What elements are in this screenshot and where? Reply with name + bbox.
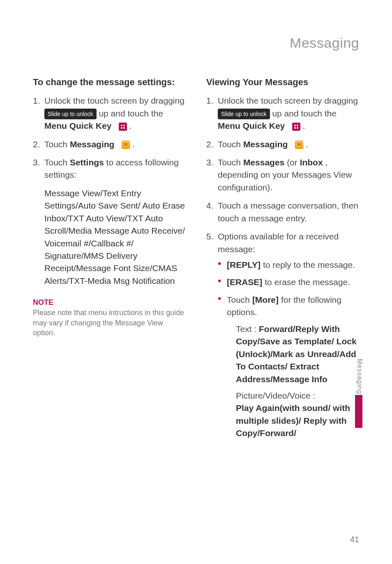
note-text: Please note that menu intructions in thi… — [33, 308, 186, 338]
messaging-label: Messaging — [70, 139, 115, 149]
pvv-options: Play Again(with sound/ with multiple sli… — [236, 403, 350, 438]
right-step-5: Options available for a received message… — [206, 230, 359, 440]
right-step-3: Touch Messages (or Inbox , depending on … — [206, 156, 359, 194]
note-label: NOTE — [33, 297, 186, 308]
text: . — [132, 139, 135, 149]
text: . — [129, 121, 132, 130]
inbox-label: Inbox — [300, 158, 323, 167]
settings-options-block: Message View/Text Entry Settings/Auto Sa… — [33, 187, 186, 288]
erase-label: [ERASE] — [227, 277, 262, 287]
right-heading: Viewing Your Messages — [206, 76, 359, 89]
side-tab-bar — [355, 395, 362, 428]
text: Options available for a received message… — [218, 232, 339, 253]
text — [287, 121, 290, 130]
text — [114, 121, 116, 130]
right-column: Viewing Your Messages Unlock the touch s… — [206, 76, 359, 445]
text: . — [306, 139, 308, 149]
settings-label: Settings — [70, 158, 104, 167]
text: Unlock the touch screen by dragging — [44, 96, 184, 105]
slide-unlock-pill: Slide up to unlock — [44, 109, 97, 119]
right-step-2: Touch Messaging ✉ . — [206, 138, 359, 151]
option-more: Touch [More] for the following options. … — [218, 294, 359, 440]
text: to erase the message. — [265, 277, 350, 287]
text: . — [303, 121, 305, 130]
pvv-label: Picture/Video/Voice : — [236, 391, 315, 400]
right-step-1: Unlock the touch screen by dragging Slid… — [206, 95, 359, 132]
text: Touch — [44, 158, 70, 167]
text: up and touch the — [272, 109, 336, 118]
menu-quick-key-label: Menu Quick Key — [44, 121, 111, 130]
text: Touch — [218, 158, 243, 167]
text: Unlock the touch screen by dragging — [218, 96, 358, 105]
messaging-label: Messaging — [243, 139, 288, 149]
menu-quick-key-icon — [119, 123, 127, 131]
text — [290, 139, 293, 149]
messaging-icon: ✉ — [122, 141, 130, 149]
left-step-3: Touch Settings to access following setti… — [33, 156, 186, 181]
text: (or — [287, 158, 300, 167]
left-step-2: Touch Messaging ✉ . — [33, 138, 186, 151]
right-step-4: Touch a message conversation, then touch… — [206, 200, 359, 225]
text: Touch — [44, 139, 70, 149]
left-step-1: Unlock the touch screen by dragging Slid… — [33, 95, 186, 132]
left-steps-list: Unlock the touch screen by dragging Slid… — [33, 95, 186, 181]
option-reply: [REPLY] to reply to the message. — [218, 259, 359, 271]
more-label: [More] — [252, 295, 279, 304]
text — [117, 139, 119, 149]
more-text-options: Text : Forward/Reply With Copy/Save as T… — [227, 323, 359, 385]
note-box: NOTE Please note that menu intructions i… — [33, 295, 186, 338]
text: up and touch the — [99, 109, 163, 118]
options-bullet-list: [REPLY] to reply to the message. [ERASE]… — [218, 259, 359, 440]
text: to reply to the message. — [263, 260, 355, 269]
menu-quick-key-label: Menu Quick Key — [218, 121, 285, 130]
page-title: Messaging — [33, 33, 359, 53]
side-tab: Messaging — [355, 359, 362, 428]
menu-quick-key-icon — [292, 123, 300, 131]
text-label: Text : — [236, 324, 259, 334]
side-tab-label: Messaging — [355, 359, 364, 394]
slide-unlock-pill: Slide up to unlock — [218, 109, 270, 119]
right-steps-list: Unlock the touch screen by dragging Slid… — [206, 95, 359, 440]
messages-label: Messages — [243, 158, 284, 167]
content-columns: To change the message settings: Unlock t… — [33, 76, 359, 445]
left-column: To change the message settings: Unlock t… — [33, 76, 186, 445]
left-heading: To change the message settings: — [33, 76, 186, 89]
messaging-icon: ✉ — [295, 141, 303, 149]
reply-label: [REPLY] — [227, 260, 261, 269]
more-pvv-options: Picture/Video/Voice : Play Again(with so… — [227, 390, 359, 440]
page-number: 41 — [350, 534, 359, 545]
text: Touch — [218, 139, 243, 149]
option-erase: [ERASE] to erase the message. — [218, 276, 359, 288]
text: Touch — [227, 295, 252, 304]
